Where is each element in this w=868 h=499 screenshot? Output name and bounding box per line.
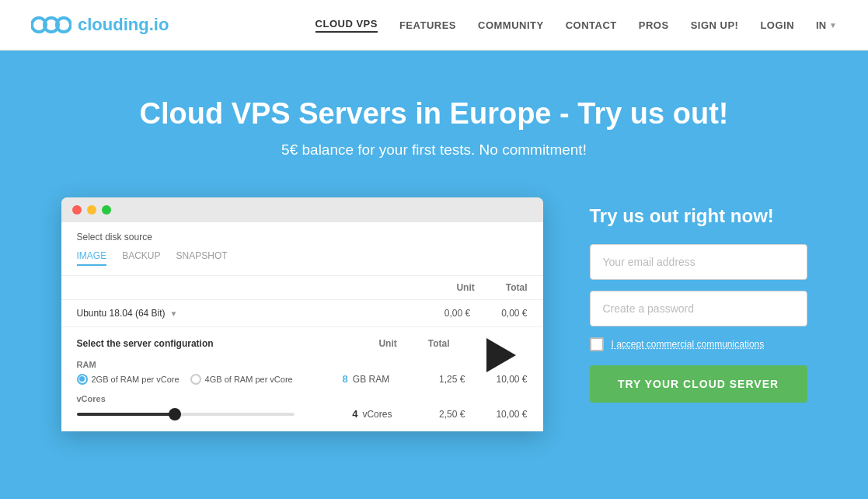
ram-options: 2GB of RAM per vCore 4GB of RAM per vCor…: [77, 374, 293, 385]
mock-body: Select disk source IMAGE BACKUP SNAPSHOT…: [61, 222, 543, 431]
col-unit-header: Unit: [456, 282, 474, 293]
slider-track: [77, 413, 295, 416]
ram-value: 8: [343, 373, 348, 385]
config-col-total: Total: [428, 338, 450, 349]
disk-source-label: Select disk source: [77, 232, 528, 243]
nav-contact[interactable]: CONTACT: [566, 19, 617, 31]
vcores-value: 4: [352, 408, 357, 420]
window-maximize-dot: [102, 205, 111, 215]
nav-pros[interactable]: PROS: [639, 19, 669, 31]
nav-signup[interactable]: SIGN UP!: [691, 19, 739, 31]
ram-price-total: 10,00 €: [496, 374, 527, 385]
hero-section: Cloud VPS Servers in Europe - Try us out…: [0, 51, 868, 499]
nav-community[interactable]: COMMUNITY: [478, 19, 544, 31]
ram-option-2gb[interactable]: 2GB of RAM per vCore: [77, 374, 180, 385]
vcores-unit: vCores: [362, 409, 392, 420]
commercial-checkbox[interactable]: [590, 337, 604, 351]
play-button[interactable]: [486, 338, 516, 372]
config-title: Select the server configuration: [77, 338, 214, 349]
os-select-caret: ▼: [170, 309, 178, 318]
vcores-slider[interactable]: [77, 413, 295, 416]
tab-snapshot[interactable]: SNAPSHOT: [176, 250, 228, 266]
checkbox-row: I accept commercial communications: [590, 337, 807, 351]
signup-form: Try us out right now! I accept commercia…: [590, 197, 807, 403]
ram-price-unit: 1,25 €: [439, 374, 465, 385]
try-server-button[interactable]: TRY YOUR CLOUD SERVER: [590, 365, 807, 403]
vcores-price-unit: 2,50 €: [439, 409, 465, 420]
disk-source-tabs: IMAGE BACKUP SNAPSHOT: [77, 250, 528, 266]
os-price-unit: 0,00 €: [444, 308, 470, 319]
form-title: Try us out right now!: [590, 205, 807, 227]
os-price-total: 0,00 €: [501, 308, 527, 319]
vcores-price-total: 10,00 €: [496, 409, 527, 420]
logo-icon: [31, 11, 71, 39]
tab-backup[interactable]: BACKUP: [122, 250, 160, 266]
nav-features[interactable]: FEATURES: [399, 19, 456, 31]
hero-title: Cloud VPS Servers in Europe - Try us out…: [31, 97, 837, 131]
password-input[interactable]: [590, 291, 807, 326]
hero-subtitle: 5€ balance for your first tests. No comm…: [31, 141, 837, 159]
ram-option-4gb[interactable]: 4GB of RAM per vCore: [190, 374, 293, 385]
checkbox-label: I accept commercial communications: [612, 339, 765, 350]
os-select-label: Ubuntu 18.04 (64 Bit): [77, 308, 166, 319]
slider-fill: [77, 413, 175, 416]
chevron-down-icon: ▼: [829, 21, 837, 30]
ram-label: RAM: [77, 360, 528, 369]
radio-unselected-icon: [190, 374, 201, 385]
mock-app-window: Select disk source IMAGE BACKUP SNAPSHOT…: [61, 197, 543, 431]
slider-thumb: [169, 408, 181, 420]
vcores-label: vCores: [77, 394, 528, 403]
lang-selector[interactable]: IN ▼: [816, 19, 837, 31]
window-close-dot: [72, 205, 82, 215]
mock-titlebar: [61, 197, 543, 222]
nav-cloud-vps[interactable]: CLOUD VPS: [315, 18, 378, 33]
window-minimize-dot: [87, 205, 96, 215]
email-input[interactable]: [590, 244, 807, 280]
header: clouding.io CLOUD VPS FEATURES COMMUNITY…: [0, 0, 868, 51]
server-config-section: Select the server configuration Unit Tot…: [61, 327, 543, 431]
logo-text: clouding.io: [78, 15, 169, 35]
logo[interactable]: clouding.io: [31, 11, 169, 39]
col-total-header: Total: [506, 282, 528, 293]
ram-unit: GB RAM: [353, 374, 389, 385]
main-nav: CLOUD VPS FEATURES COMMUNITY CONTACT PRO…: [315, 18, 837, 33]
radio-selected-icon: [77, 374, 88, 385]
tab-image[interactable]: IMAGE: [77, 250, 107, 266]
nav-login[interactable]: LOGIN: [760, 19, 794, 31]
hero-content: Select disk source IMAGE BACKUP SNAPSHOT…: [31, 197, 837, 431]
config-col-unit: Unit: [378, 338, 396, 349]
